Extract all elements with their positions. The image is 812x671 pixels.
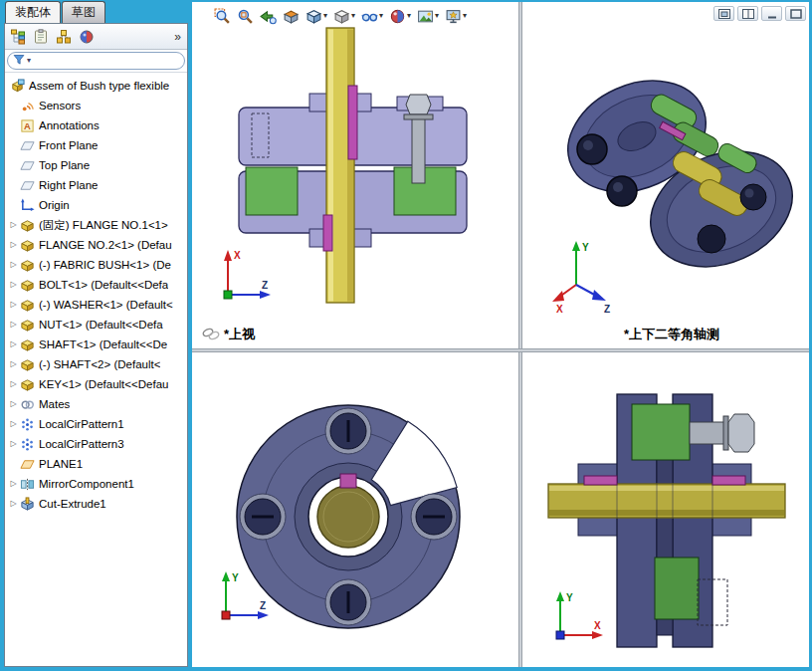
- expand-arrow-icon[interactable]: ▷: [7, 281, 20, 289]
- svg-text:A: A: [24, 121, 31, 131]
- svg-text:X: X: [234, 250, 241, 261]
- tree-item-key-1-default-defau[interactable]: ▷KEY<1> (Default<<Defau: [5, 374, 187, 394]
- expand-arrow-icon[interactable]: ▷: [7, 360, 20, 368]
- dimetric-view-canvas[interactable]: Y X Z *上下二等角轴测: [522, 2, 809, 348]
- tree-item-sensors[interactable]: Sensors: [5, 96, 187, 115]
- expand-arrow-icon[interactable]: ▷: [7, 480, 20, 488]
- split-pane-icon[interactable]: [737, 6, 758, 21]
- tree-item-flange-no-2-1-defau[interactable]: ▷FLANGE NO.2<1> (Defau: [5, 235, 187, 255]
- minimize-window-icon[interactable]: [761, 6, 782, 21]
- side-view-canvas[interactable]: Y X: [522, 352, 809, 667]
- tree-item-plane1[interactable]: PLANE1: [5, 454, 187, 474]
- tree-item-right-plane[interactable]: Right Plane: [5, 175, 187, 195]
- dropdown-caret-icon[interactable]: ▾: [379, 12, 383, 20]
- zoom-area-icon[interactable]: [235, 6, 256, 27]
- displaymanager-icon[interactable]: [77, 27, 97, 47]
- feature-manager-body: » ▾ Assem of Bush type flexible SensorsA…: [4, 23, 188, 667]
- tree-item-annotations[interactable]: AAnnotations: [5, 115, 187, 135]
- svg-text:Y: Y: [232, 572, 239, 583]
- part-icon: [20, 318, 35, 333]
- expand-arrow-icon[interactable]: ▷: [7, 440, 20, 448]
- cut-icon: [20, 497, 35, 512]
- shaft-section: [326, 28, 354, 303]
- tree-item-shaft-1-default-de[interactable]: ▷SHAFT<1> (Default<<De: [5, 335, 187, 354]
- expand-arrow-icon[interactable]: ▷: [7, 301, 20, 309]
- zoom-fit-icon[interactable]: [212, 6, 233, 27]
- triad-top-view: X Z: [224, 250, 271, 299]
- bolt-head-bottom: [325, 579, 371, 625]
- viewport-pane-front-view[interactable]: Y Z: [192, 352, 518, 667]
- bolt-head-right: [411, 494, 457, 540]
- expand-arrow-icon[interactable]: ▷: [7, 221, 20, 229]
- tree-item-washer-1-default[interactable]: ▷(-) WASHER<1> (Default<: [5, 295, 187, 315]
- triad-dimetric-view: Y X Z: [552, 241, 610, 315]
- dropdown-caret-icon[interactable]: ▾: [323, 12, 327, 20]
- solidworks-window: 装配体 草图 » ▾ Assem of Bush type flexible: [0, 0, 812, 671]
- dropdown-caret-icon[interactable]: ▾: [435, 12, 439, 20]
- plane-icon: [20, 138, 35, 153]
- svg-text:Z: Z: [604, 304, 610, 315]
- top-view-canvas[interactable]: X Z *上视: [192, 2, 518, 348]
- dropdown-caret-icon[interactable]: ▾: [407, 12, 411, 20]
- dropdown-caret-icon[interactable]: ▾: [463, 12, 467, 20]
- tree-item-top-plane[interactable]: Top Plane: [5, 155, 187, 175]
- restore-pane-icon[interactable]: [713, 6, 734, 21]
- filter-caret-icon[interactable]: ▾: [27, 57, 31, 65]
- tree-item-label: Mates: [39, 398, 70, 410]
- tree-item-label: LocalCirPattern3: [39, 438, 124, 450]
- tree-item-shaft-2-default[interactable]: ▷(-) SHAFT<2> (Default<: [5, 354, 187, 374]
- featuremanager-tree-icon[interactable]: [8, 27, 28, 47]
- expand-arrow-icon[interactable]: ▷: [7, 241, 20, 249]
- view-settings-icon[interactable]: ▾: [443, 6, 469, 27]
- tree-item-mirrorcomponent1[interactable]: ▷MirrorComponent1: [5, 474, 187, 494]
- hide-show-items-icon[interactable]: ▾: [359, 6, 385, 27]
- view-orientation-icon[interactable]: ▾: [304, 6, 329, 27]
- keyway: [340, 474, 356, 488]
- toolbar-overflow-chevron[interactable]: »: [171, 31, 184, 43]
- apply-scene-icon[interactable]: ▾: [415, 6, 441, 27]
- expand-arrow-icon[interactable]: ▷: [7, 261, 20, 269]
- tree-item-bolt-1-default-defa[interactable]: ▷BOLT<1> (Default<<Defa: [5, 275, 187, 295]
- tree-item-flange-no-1-1[interactable]: ▷(固定) FLANGE NO.1<1>: [5, 215, 187, 235]
- expand-arrow-icon[interactable]: ▷: [7, 420, 20, 428]
- configurationmanager-icon[interactable]: [54, 27, 74, 47]
- tree-item-mates[interactable]: ▷Mates: [5, 394, 187, 414]
- expand-arrow-icon[interactable]: ▷: [7, 400, 20, 408]
- tree-filter-input[interactable]: [33, 54, 179, 68]
- front-view-canvas[interactable]: Y Z: [192, 352, 518, 667]
- filter-funnel-icon[interactable]: [13, 52, 25, 70]
- tree-item-cut-extrude1[interactable]: ▷Cut-Extrude1: [5, 494, 187, 514]
- previous-view-icon[interactable]: [258, 6, 279, 27]
- tree-item-label: Sensors: [39, 100, 81, 112]
- propertymanager-icon[interactable]: [31, 27, 51, 47]
- tab-assembly[interactable]: 装配体: [5, 1, 61, 23]
- expand-arrow-icon[interactable]: ▷: [7, 500, 20, 508]
- expand-arrow-icon[interactable]: ▷: [7, 380, 20, 388]
- command-tab-bar: 装配体 草图: [4, 2, 188, 23]
- tree-item-localcirpattern1[interactable]: ▷LocalCirPattern1: [5, 414, 187, 434]
- viewport-pane-side-view[interactable]: Y X: [522, 352, 809, 667]
- view-link-icon: [202, 328, 220, 340]
- tree-item-origin[interactable]: Origin: [5, 195, 187, 215]
- dropdown-caret-icon[interactable]: ▾: [351, 12, 355, 20]
- viewport-vertical-splitter[interactable]: [518, 2, 522, 667]
- display-style-icon[interactable]: ▾: [331, 6, 357, 27]
- edit-appearance-icon[interactable]: ▾: [387, 6, 413, 27]
- tree-item-nut-1-default-defa[interactable]: ▷NUT<1> (Default<<Defa: [5, 315, 187, 335]
- viewport-pane-top-view[interactable]: X Z *上视: [192, 2, 518, 348]
- viewport-pane-dimetric-view[interactable]: Y X Z *上下二等角轴测: [522, 2, 809, 348]
- tree-item-fabric-bush-1-de[interactable]: ▷(-) FABRIC BUSH<1> (De: [5, 255, 187, 275]
- tree-item-root-assembly[interactable]: Assem of Bush type flexible: [5, 76, 187, 96]
- section-view-icon[interactable]: [281, 6, 302, 27]
- maximize-window-icon[interactable]: [785, 6, 806, 21]
- tree-filter-field[interactable]: ▾: [7, 52, 185, 70]
- expand-arrow-icon[interactable]: ▷: [7, 321, 20, 329]
- graphics-area[interactable]: X Z *上视: [192, 2, 809, 667]
- tab-sketch[interactable]: 草图: [62, 1, 105, 23]
- triad-side-view: Y X: [556, 591, 603, 639]
- tree-item-front-plane[interactable]: Front Plane: [5, 135, 187, 155]
- expand-arrow-icon[interactable]: ▷: [7, 340, 20, 348]
- tree-item-label: (-) WASHER<1> (Default<: [39, 299, 173, 311]
- tree-item-localcirpattern3[interactable]: ▷LocalCirPattern3: [5, 434, 187, 454]
- viewport-horizontal-splitter[interactable]: [192, 348, 809, 352]
